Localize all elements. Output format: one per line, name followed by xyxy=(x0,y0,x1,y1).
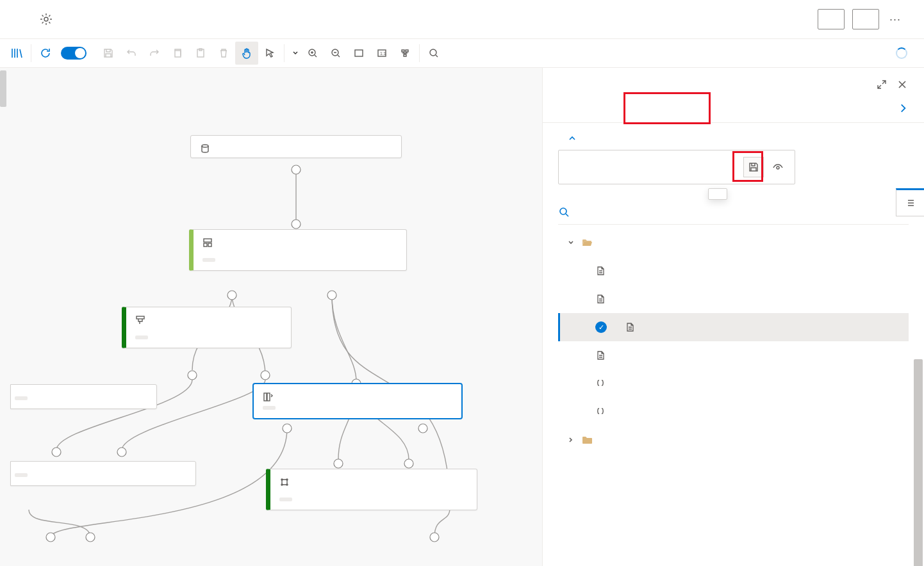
folder-open-icon xyxy=(581,237,593,248)
svg-point-37 xyxy=(777,166,779,169)
svg-rect-28 xyxy=(204,243,207,247)
file-icon xyxy=(595,350,606,360)
tree-file[interactable] xyxy=(558,285,909,313)
svg-point-22 xyxy=(404,459,413,468)
eye-icon xyxy=(772,161,784,173)
delete-icon xyxy=(212,42,235,65)
register-dataset-button[interactable] xyxy=(743,157,764,177)
zoom-out-icon[interactable] xyxy=(324,42,347,65)
svg-rect-1 xyxy=(175,51,181,57)
node-dataset[interactable] xyxy=(190,135,402,158)
tree-file[interactable] xyxy=(558,398,909,426)
status-badge xyxy=(135,336,148,339)
pointer-icon[interactable] xyxy=(258,42,281,65)
svg-point-23 xyxy=(46,533,55,542)
tree-file[interactable] xyxy=(558,369,909,398)
actual-size-icon[interactable]: 1:1 xyxy=(370,42,393,65)
status-badge xyxy=(15,473,28,477)
svg-point-26 xyxy=(202,145,208,147)
close-icon[interactable] xyxy=(897,79,909,91)
search-icon[interactable] xyxy=(422,42,445,65)
svg-point-9 xyxy=(430,49,436,56)
tree-folder-logs[interactable] xyxy=(558,426,909,454)
file-icon xyxy=(625,322,635,332)
tree-folder-azureml-logs[interactable] xyxy=(558,229,909,257)
cancel-run-button[interactable] xyxy=(818,9,845,29)
status-badge xyxy=(279,497,292,501)
zoom-in-icon[interactable] xyxy=(301,42,324,65)
check-icon: ✓ xyxy=(595,321,607,333)
svg-point-13 xyxy=(327,291,336,300)
svg-point-21 xyxy=(334,459,343,468)
node-filter-feature[interactable] xyxy=(122,307,292,348)
refresh-icon[interactable] xyxy=(34,42,57,65)
braces-icon xyxy=(595,407,606,417)
search-icon[interactable] xyxy=(558,206,570,218)
svg-rect-30 xyxy=(136,316,144,319)
library-icon[interactable] xyxy=(5,42,28,65)
svg-point-10 xyxy=(292,165,301,174)
status-badge xyxy=(15,396,28,400)
columns-icon xyxy=(263,392,273,402)
publish-button[interactable] xyxy=(852,9,879,29)
transform-icon xyxy=(279,477,290,487)
running-spinner-icon xyxy=(896,47,907,59)
autolayout-icon[interactable] xyxy=(393,42,417,65)
gear-icon[interactable] xyxy=(40,13,53,26)
tabs-scroll-right-icon[interactable] xyxy=(897,102,909,114)
node-select-columns[interactable] xyxy=(253,384,462,419)
svg-rect-27 xyxy=(204,239,211,242)
node-desc xyxy=(126,329,291,336)
svg-rect-6 xyxy=(355,50,363,56)
redo-icon xyxy=(143,42,166,65)
tree-file-selected[interactable]: ✓ xyxy=(558,313,909,341)
expand-icon[interactable] xyxy=(877,79,888,91)
paste-icon xyxy=(189,42,212,65)
fit-screen-icon[interactable] xyxy=(347,42,370,65)
svg-rect-31 xyxy=(264,393,267,401)
tooltip-register-dataset xyxy=(708,188,727,200)
file-icon xyxy=(595,294,606,304)
save-icon xyxy=(748,162,759,172)
copy-icon xyxy=(166,42,189,65)
right-edge-tab[interactable] xyxy=(896,188,924,216)
node-desc xyxy=(270,491,477,497)
folder-icon xyxy=(581,434,593,446)
undo-icon xyxy=(120,42,143,65)
svg-point-25 xyxy=(430,533,439,542)
filter-icon xyxy=(135,315,145,325)
hide-data-outputs-link[interactable] xyxy=(566,134,576,142)
status-badge xyxy=(263,406,276,410)
database-icon xyxy=(200,143,210,154)
node-train-model[interactable] xyxy=(10,461,196,486)
svg-rect-32 xyxy=(267,393,270,401)
node-desc xyxy=(194,252,406,258)
node-split-data[interactable] xyxy=(189,229,407,271)
split-icon xyxy=(202,238,213,248)
more-icon[interactable]: ··· xyxy=(889,13,901,26)
svg-point-20 xyxy=(117,448,126,457)
node-boosted-tree[interactable] xyxy=(10,384,157,409)
svg-point-0 xyxy=(44,17,48,21)
braces-icon xyxy=(595,378,606,389)
svg-point-19 xyxy=(52,448,61,457)
tree-file[interactable] xyxy=(558,257,909,285)
svg-rect-29 xyxy=(208,243,211,247)
svg-point-24 xyxy=(86,533,95,542)
svg-point-18 xyxy=(418,424,427,433)
svg-point-12 xyxy=(227,291,236,300)
svg-point-15 xyxy=(261,371,270,380)
svg-text:1:1: 1:1 xyxy=(380,51,386,56)
list-icon xyxy=(905,198,916,208)
scrollbar-thumb[interactable] xyxy=(914,359,923,566)
pan-icon[interactable] xyxy=(235,42,258,65)
autosave-toggle[interactable] xyxy=(61,47,87,60)
details-panel: ✓ xyxy=(542,68,924,566)
zoom-level[interactable] xyxy=(290,50,299,56)
node-apply-transform[interactable] xyxy=(266,469,477,510)
preview-button[interactable] xyxy=(770,159,786,175)
tree-file[interactable] xyxy=(558,341,909,369)
status-badge xyxy=(202,258,215,262)
svg-point-17 xyxy=(283,424,292,433)
data-output-item xyxy=(558,150,795,184)
